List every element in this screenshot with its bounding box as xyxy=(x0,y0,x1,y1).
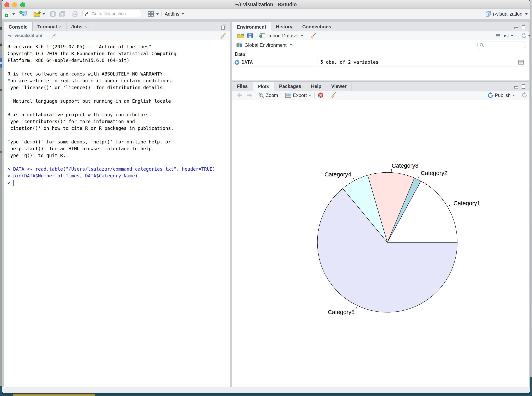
clear-objects-broom-icon[interactable] xyxy=(310,32,317,39)
dock-bar xyxy=(0,393,532,396)
export-plot-button[interactable]: Export xyxy=(285,92,311,99)
plots-tabstrip: Files Plots Packages Help Viewer xyxy=(232,82,529,91)
maximize-pane-icon[interactable] xyxy=(521,84,526,89)
pane-layout-button[interactable] xyxy=(147,11,154,17)
chevron-down-icon xyxy=(182,13,184,15)
tab-connections[interactable]: Connections xyxy=(297,22,336,31)
pie-tick xyxy=(418,176,419,179)
publish-plot-button[interactable]: Publish xyxy=(487,92,515,99)
goto-directory-icon[interactable] xyxy=(52,33,58,38)
project-cube-icon: R xyxy=(485,11,491,17)
pie-tick xyxy=(447,205,450,207)
console-output-line: R is a collaborative project with many c… xyxy=(8,111,230,118)
main-toolbar: R Addins xyxy=(2,9,530,19)
chevron-down-icon xyxy=(511,35,513,37)
minimize-pane-icon[interactable] xyxy=(514,24,519,29)
environment-tabstrip: Environment History Connections xyxy=(232,22,529,32)
publish-icon xyxy=(487,92,493,98)
new-project-icon: R xyxy=(19,10,27,18)
console-output-line: Type 'demo()' for some demos, 'help()' f… xyxy=(8,139,230,145)
pie-label-category4: Category4 xyxy=(325,171,351,178)
previous-plot-arrow-icon[interactable] xyxy=(236,93,243,98)
import-dataset-button[interactable]: Import Dataset xyxy=(258,32,303,39)
maximize-pane-icon[interactable] xyxy=(521,24,526,29)
background-window-left-sliver xyxy=(0,0,2,386)
new-project-button[interactable]: R xyxy=(19,11,27,17)
save-all-icon xyxy=(59,11,66,17)
addins-button[interactable]: Addins xyxy=(165,11,184,17)
close-tab-icon[interactable]: × xyxy=(85,24,87,29)
save-button[interactable] xyxy=(50,11,56,17)
zoom-plot-button[interactable]: Zoom xyxy=(258,92,278,99)
svg-text:R: R xyxy=(486,13,488,16)
next-plot-arrow-icon[interactable] xyxy=(246,93,253,98)
tab-packages[interactable]: Packages xyxy=(274,82,306,91)
close-tab-icon[interactable]: × xyxy=(59,24,62,29)
save-all-button[interactable] xyxy=(59,11,66,17)
console-output-line: Type 'q()' to quit R. xyxy=(8,152,230,159)
save-workspace-icon[interactable] xyxy=(247,33,253,38)
print-icon xyxy=(71,11,78,17)
addins-label: Addins xyxy=(165,11,179,17)
window-title: ~/r-visualization - RStudio xyxy=(2,0,530,9)
goto-file-input[interactable] xyxy=(82,10,141,17)
list-view-button[interactable]: List xyxy=(495,32,513,39)
console-output[interactable]: R version 3.6.1 (2019-07-05) -- "Action … xyxy=(4,40,230,389)
chevron-down-icon[interactable] xyxy=(290,44,292,46)
chevron-down-icon xyxy=(43,13,45,15)
clear-console-broom-icon[interactable] xyxy=(220,33,226,39)
console-output-line xyxy=(8,159,230,166)
console-input-line: > xyxy=(8,179,230,186)
chevron-down-icon xyxy=(528,35,531,37)
new-file-dropdown[interactable] xyxy=(12,11,15,17)
refresh-icon xyxy=(521,33,527,39)
tab-plots[interactable]: Plots xyxy=(253,82,275,91)
background-glyph xyxy=(0,44,2,46)
console-output-line: Type 'license()' or 'licence()' for dist… xyxy=(8,84,230,91)
import-dataset-label: Import Dataset xyxy=(267,33,298,39)
clear-all-plots-broom-icon[interactable] xyxy=(330,92,337,99)
environment-search-input[interactable] xyxy=(477,41,525,48)
tab-environment[interactable]: Environment xyxy=(232,22,271,32)
dock-segment-yellow xyxy=(13,394,95,396)
console-output-line: Platform: x86_64-apple-darwin15.6.0 (64-… xyxy=(8,57,230,64)
list-view-icon xyxy=(495,33,500,38)
open-in-new-window-icon[interactable] xyxy=(221,24,227,30)
open-file-button[interactable] xyxy=(33,11,41,17)
search-icon xyxy=(479,43,485,47)
print-button[interactable] xyxy=(71,11,78,17)
console-output-line: R is free software and comes with ABSOLU… xyxy=(8,70,230,77)
tab-help[interactable]: Help xyxy=(306,82,326,91)
tab-files[interactable]: Files xyxy=(232,82,253,91)
remove-plot-icon[interactable] xyxy=(318,92,324,98)
minimize-pane-icon[interactable] xyxy=(514,84,519,89)
chevron-down-icon xyxy=(525,13,528,15)
chevron-down-icon xyxy=(156,13,159,15)
pie-tick xyxy=(353,177,355,181)
background-glyph xyxy=(0,89,2,91)
console-output-line xyxy=(8,91,230,98)
tab-jobs[interactable]: Jobs× xyxy=(67,22,92,31)
environment-scope-label[interactable]: Global Environment xyxy=(244,42,286,48)
object-name: DATA xyxy=(242,59,253,65)
console-pathbar: ~/r-visualization/ xyxy=(4,31,230,40)
pane-layout-grid-icon xyxy=(147,11,154,17)
environment-pane: Environment History Connections Import D… xyxy=(232,22,529,81)
refresh-plot-icon[interactable] xyxy=(521,92,527,98)
tab-history[interactable]: History xyxy=(271,22,298,31)
tab-console[interactable]: Console xyxy=(4,22,33,32)
chevron-down-icon xyxy=(12,13,15,15)
new-file-button[interactable] xyxy=(4,11,11,17)
view-data-grid-icon[interactable] xyxy=(518,60,524,65)
pie-label-category2: Category2 xyxy=(421,170,447,176)
tab-terminal[interactable]: Terminal× xyxy=(33,22,67,31)
open-file-dropdown[interactable] xyxy=(43,11,45,17)
import-dataset-icon xyxy=(258,33,266,39)
pane-layout-dropdown[interactable] xyxy=(156,11,159,17)
refresh-environment-button[interactable] xyxy=(521,32,531,39)
project-selector[interactable]: R r-visualization xyxy=(485,11,528,17)
load-workspace-icon[interactable] xyxy=(237,33,245,39)
object-row-data[interactable]: DATA 5 obs. of 2 variables xyxy=(232,58,529,67)
expand-object-icon[interactable] xyxy=(234,60,240,65)
tab-viewer[interactable]: Viewer xyxy=(326,82,351,91)
